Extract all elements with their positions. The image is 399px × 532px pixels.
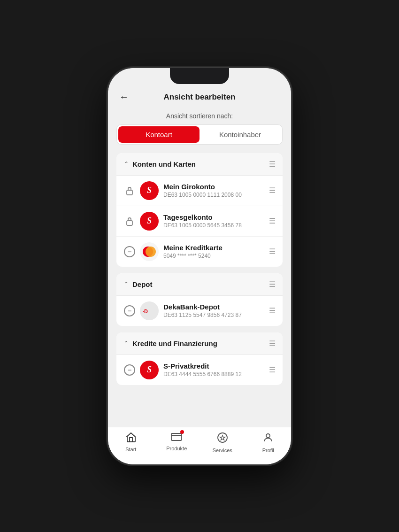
main-content: Ansicht sortieren nach: Kontoart Kontoin… [108, 108, 291, 427]
svg-rect-0 [127, 190, 132, 195]
svg-point-5 [218, 433, 227, 442]
svg-rect-3 [171, 433, 182, 440]
section-header-kredit-left: ⌃ Kredite und Finanzierung [124, 339, 217, 347]
sparkasse-logo-tagesgeld: S [140, 212, 159, 231]
nav-label-produkte: Produkte [166, 446, 187, 451]
account-row-kreditkarte: − Meine Kreditkarte 5049 **** **** 5240 … [116, 237, 283, 267]
back-button[interactable]: ← [117, 90, 130, 104]
bottom-navigation: Start Produkte [108, 427, 291, 464]
card-icon [171, 432, 182, 444]
account-name-privatkredit: S-Privatkredit [163, 362, 264, 370]
nav-label-start: Start [125, 447, 136, 452]
account-number-tagesgeld: DE63 1005 0000 5645 3456 78 [163, 222, 264, 229]
mc-circle-right [146, 247, 156, 257]
sparkasse-logo-girokonto: S [140, 181, 159, 200]
sort-kontoart-button[interactable]: Kontoart [118, 126, 200, 143]
account-info-privatkredit: S-Privatkredit DE63 4444 5555 6766 8889 … [163, 362, 264, 378]
nav-dot-produkte [180, 430, 184, 434]
drag-handle-dekabank[interactable]: ☰ [269, 306, 275, 315]
account-info-kreditkarte: Meine Kreditkarte 5049 **** **** 5240 [163, 244, 264, 259]
section-header-kredit[interactable]: ⌃ Kredite und Finanzierung ☰ [116, 332, 283, 355]
section-depot: ⌃ Depot ☰ − ·D DekaBank-Depot DE [116, 273, 283, 326]
account-name-tagesgeld: Tagesgelkonto [163, 213, 264, 221]
account-row-dekabank: − ·D DekaBank-Depot DE63 1125 5547 9856 … [116, 296, 283, 326]
minus-icon-dekabank: − [124, 305, 135, 316]
page-title: Ansicht bearbeiten [163, 93, 235, 102]
svg-text:·D: ·D [143, 308, 148, 314]
account-number-privatkredit: DE63 4444 5555 6766 8889 12 [163, 371, 264, 378]
star-icon [217, 432, 228, 446]
sort-label: Ansicht sortieren nach: [116, 112, 283, 120]
minus-icon-kreditkarte: − [124, 246, 135, 257]
sparkasse-logo-privatkredit: S [140, 361, 159, 379]
section-header-konten[interactable]: ⌃ Konten und Karten ☰ [116, 153, 283, 176]
drag-handle-konten[interactable]: ☰ [269, 160, 275, 169]
account-name-dekabank: DekaBank-Depot [163, 303, 264, 311]
phone-frame: ← Ansicht bearbeiten Ansicht sortieren n… [108, 68, 291, 464]
page-header: ← Ansicht bearbeiten [108, 89, 291, 108]
account-name-kreditkarte: Meine Kreditkarte [163, 244, 264, 252]
svg-rect-1 [127, 221, 132, 225]
section-kredit: ⌃ Kredite und Finanzierung ☰ − S S-Priva… [116, 332, 283, 385]
section-header-left: ⌃ Konten und Karten [124, 160, 196, 168]
nav-label-services: Services [213, 447, 232, 453]
account-info-dekabank: DekaBank-Depot DE63 1125 5547 9856 4723 … [163, 303, 264, 318]
sort-toggle-group: Kontoart Kontoinhaber [116, 124, 283, 145]
account-number-girokonto: DE63 1005 0000 1111 2008 00 [163, 192, 264, 198]
section-title-konten: Konten und Karten [132, 160, 196, 168]
nav-item-produkte[interactable]: Produkte [154, 430, 200, 455]
account-info-girokonto: Mein Girokonto DE63 1005 0000 1111 2008 … [163, 183, 264, 198]
account-name-girokonto: Mein Girokonto [163, 183, 264, 191]
minus-icon-privatkredit: − [124, 364, 135, 376]
account-number-dekabank: DE63 1125 5547 9856 4723 87 [163, 312, 264, 318]
home-icon [125, 432, 137, 445]
drag-handle-kredit-section[interactable]: ☰ [269, 339, 275, 348]
section-title-depot: Depot [132, 280, 153, 288]
sort-kontoinhaber-button[interactable]: Kontoinhaber [200, 126, 281, 143]
section-header-depot[interactable]: ⌃ Depot ☰ [116, 273, 283, 296]
account-row-tagesgeld: S Tagesgelkonto DE63 1005 0000 5645 3456… [116, 206, 283, 237]
back-icon: ← [119, 92, 129, 102]
deka-logo: ·D [140, 301, 159, 320]
phone-notch [170, 68, 229, 84]
account-number-kreditkarte: 5049 **** **** 5240 [163, 253, 264, 259]
nav-item-start[interactable]: Start [108, 430, 154, 455]
drag-handle-girokonto[interactable]: ☰ [269, 186, 275, 195]
drag-handle-tagesgeld[interactable]: ☰ [269, 216, 275, 225]
drag-handle-privatkredit[interactable]: ☰ [269, 365, 275, 374]
chevron-up-icon-kredit: ⌃ [124, 340, 129, 347]
nav-item-services[interactable]: Services [200, 430, 246, 455]
phone-screen: ← Ansicht bearbeiten Ansicht sortieren n… [108, 68, 291, 464]
section-title-kredit: Kredite und Finanzierung [132, 339, 217, 347]
section-konten-karten: ⌃ Konten und Karten ☰ S [116, 153, 283, 267]
account-row-privatkredit: − S S-Privatkredit DE63 4444 5555 6766 8… [116, 355, 283, 385]
section-header-depot-left: ⌃ Depot [124, 280, 153, 288]
chevron-up-icon-depot: ⌃ [124, 281, 129, 287]
lock-icon-girokonto [124, 185, 135, 196]
drag-handle-kreditkarte[interactable]: ☰ [269, 247, 275, 256]
lock-icon-tagesgeld [124, 216, 135, 227]
nav-label-profil: Profil [262, 447, 274, 453]
mastercard-logo-kreditkarte [140, 242, 159, 261]
drag-handle-depot-section[interactable]: ☰ [269, 280, 275, 289]
account-info-tagesgeld: Tagesgelkonto DE63 1005 0000 5645 3456 7… [163, 213, 264, 229]
person-icon [262, 432, 274, 446]
svg-point-6 [266, 434, 270, 438]
account-row-girokonto: S Mein Girokonto DE63 1005 0000 1111 200… [116, 176, 283, 206]
chevron-up-icon: ⌃ [124, 161, 129, 167]
nav-item-profil[interactable]: Profil [246, 430, 292, 455]
